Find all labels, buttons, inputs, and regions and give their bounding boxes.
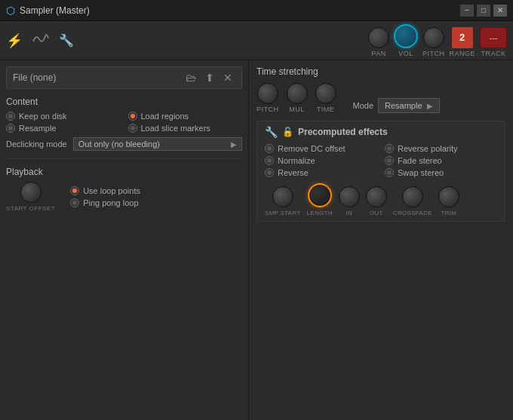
remove-dc-offset-radio[interactable] — [265, 144, 274, 153]
reverse-radio[interactable] — [265, 168, 274, 177]
trim-knob[interactable] — [438, 186, 459, 207]
smp-start-label: SMP START — [265, 210, 301, 216]
range-control: 2 RANGE — [449, 27, 475, 57]
fade-stereo-label: Fade stereo — [398, 156, 442, 165]
remove-dc-offset-item[interactable]: Remove DC offset — [265, 144, 377, 153]
start-offset-label: START OFFSET — [6, 205, 55, 212]
file-section: File (none) 🗁 ⬆ ✕ — [6, 66, 242, 89]
normalize-radio[interactable] — [265, 156, 274, 165]
reverse-label: Reverse — [278, 168, 309, 177]
time-stretching-header: Time stretching — [256, 66, 505, 77]
load-regions-radio[interactable] — [128, 112, 137, 121]
swap-stereo-item[interactable]: Swap stereo — [385, 168, 497, 177]
content-section: Content Keep on disk Load regions Resamp… — [6, 97, 242, 151]
playback-section: Playback START OFFSET Use loop points Pi… — [6, 167, 242, 212]
crossfade-knob[interactable] — [402, 186, 423, 207]
length-knob[interactable] — [308, 183, 332, 207]
file-folder-button[interactable]: 🗁 — [183, 70, 199, 85]
waveform-icon[interactable]: ⚡ — [6, 32, 23, 49]
time-stretching-section: Time stretching PITCH MUL — [256, 66, 505, 113]
keep-on-disk-item[interactable]: Keep on disk — [6, 112, 121, 121]
ts-mode-dropdown[interactable]: Resample ▶ — [378, 98, 440, 113]
vol-knob[interactable] — [394, 24, 418, 48]
divider-1 — [6, 158, 242, 159]
declicking-dropdown[interactable]: Out only (no bleeding) ▶ — [73, 137, 242, 151]
fade-stereo-radio[interactable] — [385, 156, 394, 165]
load-regions-item[interactable]: Load regions — [128, 112, 243, 121]
close-button[interactable]: ✕ — [493, 5, 507, 17]
ts-pitch-knob[interactable] — [257, 83, 278, 104]
content-header: Content — [6, 97, 242, 107]
toolbar-controls: PAN VOL PITCH 2 RANGE --- TRACK — [368, 24, 507, 57]
file-actions: 🗁 ⬆ ✕ — [183, 70, 235, 85]
load-slice-markers-radio[interactable] — [128, 124, 137, 133]
titlebar: ⬡ Sampler (Master) − □ ✕ — [0, 0, 513, 21]
envelope-icon[interactable] — [32, 31, 50, 51]
out-label: OUT — [370, 210, 383, 216]
pan-knob[interactable] — [368, 27, 389, 48]
length-label: LENGTH — [307, 210, 333, 216]
file-close-button[interactable]: ✕ — [220, 70, 235, 85]
ts-pitch-label: PITCH — [256, 106, 279, 113]
left-panel: File (none) 🗁 ⬆ ✕ Content Keep on disk — [0, 60, 249, 420]
right-panel: Time stretching PITCH MUL — [249, 60, 513, 420]
crossfade-label: CROSSFADE — [393, 210, 432, 216]
effects-grid: Remove DC offset Reverse polarity Normal… — [265, 144, 497, 177]
smp-start-knob[interactable] — [272, 186, 293, 207]
wrench-icon[interactable]: 🔧 — [59, 33, 74, 48]
pan-label: PAN — [371, 50, 386, 57]
resample-radio[interactable] — [6, 124, 15, 133]
keep-on-disk-radio[interactable] — [6, 112, 15, 121]
precomputed-header: 🔧 🔓 Precomputed effects — [265, 126, 497, 138]
out-group: OUT — [366, 186, 387, 216]
precomputed-section: 🔧 🔓 Precomputed effects Remove DC offset… — [256, 121, 505, 222]
ts-pitch-group: PITCH — [256, 83, 279, 113]
sample-controls: SMP START LENGTH IN OUT — [265, 183, 497, 216]
titlebar-left: ⬡ Sampler (Master) — [6, 5, 90, 17]
out-knob[interactable] — [366, 186, 387, 207]
pitch-control: PITCH — [422, 27, 445, 57]
wrench-effects-icon: 🔧 — [265, 126, 278, 138]
ping-pong-loop-label: Ping pong loop — [83, 198, 138, 207]
file-export-button[interactable]: ⬆ — [202, 70, 217, 85]
playback-radios: Use loop points Ping pong loop — [70, 186, 140, 207]
ts-mode-arrow-icon: ▶ — [427, 102, 433, 110]
time-stretching-content: PITCH MUL TIME Mode Re — [256, 83, 505, 113]
swap-stereo-radio[interactable] — [385, 168, 394, 177]
maximize-button[interactable]: □ — [477, 5, 490, 17]
in-knob[interactable] — [339, 186, 360, 207]
use-loop-points-item[interactable]: Use loop points — [70, 186, 140, 195]
bottom-area — [256, 229, 505, 414]
use-loop-points-radio[interactable] — [70, 186, 79, 195]
load-regions-label: Load regions — [141, 112, 189, 121]
reverse-item[interactable]: Reverse — [265, 168, 377, 177]
keep-on-disk-label: Keep on disk — [19, 112, 67, 121]
reverse-polarity-radio[interactable] — [385, 144, 394, 153]
ts-mul-knob[interactable] — [287, 83, 308, 104]
load-slice-markers-item[interactable]: Load slice markers — [128, 124, 243, 133]
normalize-item[interactable]: Normalize — [265, 156, 377, 165]
pan-control: PAN — [368, 27, 389, 57]
reverse-polarity-label: Reverse polarity — [398, 144, 457, 153]
track-badge[interactable]: --- — [480, 27, 507, 48]
pitch-knob[interactable] — [423, 27, 444, 48]
minimize-button[interactable]: − — [460, 5, 474, 17]
fade-stereo-item[interactable]: Fade stereo — [385, 156, 497, 165]
reverse-polarity-item[interactable]: Reverse polarity — [385, 144, 497, 153]
ping-pong-loop-radio[interactable] — [70, 198, 79, 207]
content-grid: Keep on disk Load regions Resample Load … — [6, 112, 242, 133]
playback-content: START OFFSET Use loop points Ping pong l… — [6, 182, 242, 212]
range-badge[interactable]: 2 — [452, 27, 473, 48]
playback-header: Playback — [6, 167, 242, 177]
start-offset-knob[interactable] — [20, 182, 41, 203]
ts-time-knob[interactable] — [315, 83, 336, 104]
vol-control: VOL — [394, 24, 418, 57]
ts-mul-group: MUL — [287, 83, 308, 113]
resample-item[interactable]: Resample — [6, 124, 121, 133]
smp-start-group: SMP START — [265, 186, 301, 216]
app-icon: ⬡ — [6, 5, 15, 17]
crossfade-group: CROSSFADE — [393, 186, 432, 216]
ping-pong-loop-item[interactable]: Ping pong loop — [70, 198, 140, 207]
resample-label: Resample — [19, 124, 57, 133]
load-slice-markers-label: Load slice markers — [141, 124, 210, 133]
